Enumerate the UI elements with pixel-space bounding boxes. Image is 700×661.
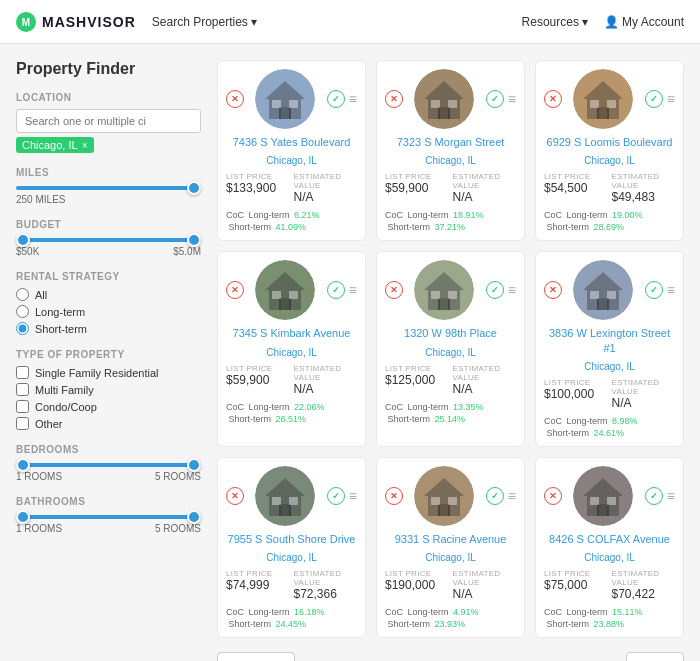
card-actions: ✕	[226, 90, 244, 108]
property-image[interactable]	[255, 466, 315, 526]
bedrooms-slider-labels: 1 ROOMS 5 ROOMS	[16, 471, 201, 482]
approve-button[interactable]: ✓	[645, 487, 663, 505]
approve-button[interactable]: ✓	[486, 487, 504, 505]
property-name[interactable]: 6929 S Loomis Boulevard	[544, 135, 675, 149]
remove-button[interactable]: ✕	[226, 90, 244, 108]
remove-button[interactable]: ✕	[544, 487, 562, 505]
property-image[interactable]	[414, 69, 474, 129]
list-price-value: $133,900	[226, 181, 290, 195]
bedrooms-section: BEDROOMS 1 ROOMS 5 ROOMS	[16, 444, 201, 482]
card-menu-icon[interactable]: ≡	[508, 92, 516, 106]
card-menu-icon[interactable]: ≡	[667, 283, 675, 297]
list-price-col: LIST PRICE $59,900	[226, 364, 290, 396]
tag-close-icon[interactable]: ×	[82, 140, 88, 151]
type-condo[interactable]: Condo/Coop	[16, 400, 201, 413]
long-term-label: Long-term	[405, 402, 451, 412]
prev-button[interactable]: « Previous	[217, 652, 295, 661]
logo[interactable]: M MASHVISOR	[16, 12, 136, 32]
budget-slider-thumb-right[interactable]	[187, 233, 201, 247]
bedrooms-slider-thumb-left[interactable]	[16, 458, 30, 472]
card-menu-icon[interactable]: ≡	[667, 489, 675, 503]
property-name[interactable]: 7323 S Morgan Street	[385, 135, 516, 149]
svg-rect-20	[272, 291, 281, 299]
main-layout: Property Finder LOCATION Chicago, IL × M…	[0, 44, 700, 661]
svg-rect-46	[607, 497, 616, 505]
property-name[interactable]: 8426 S COLFAX Avenue	[544, 532, 675, 546]
list-price-header: LIST PRICE	[385, 569, 449, 578]
type-sfr[interactable]: Single Family Residential	[16, 366, 201, 379]
card-menu-icon[interactable]: ≡	[349, 92, 357, 106]
card-menu-icon[interactable]: ≡	[349, 283, 357, 297]
remove-button[interactable]: ✕	[385, 90, 403, 108]
svg-rect-39	[438, 504, 450, 516]
estimated-value-col: ESTIMATED VALUE N/A	[294, 172, 358, 204]
card-menu-icon[interactable]: ≡	[508, 489, 516, 503]
search-properties-link[interactable]: Search Properties ▾	[152, 15, 257, 29]
list-price-value: $74,999	[226, 578, 290, 592]
strategy-longterm[interactable]: Long-term	[16, 305, 201, 318]
approve-button[interactable]: ✓	[327, 90, 345, 108]
bathrooms-slider-thumb-left[interactable]	[16, 510, 30, 524]
property-name[interactable]: 7955 S South Shore Drive	[226, 532, 357, 546]
svg-rect-35	[272, 497, 281, 505]
next-button[interactable]: Next »	[626, 652, 684, 661]
property-name[interactable]: 3836 W Lexington Street #1	[544, 326, 675, 355]
long-term-label: Long-term	[405, 210, 451, 220]
card-menu-icon[interactable]: ≡	[349, 489, 357, 503]
short-term-value: 37.21%	[435, 222, 466, 232]
property-image[interactable]	[573, 69, 633, 129]
list-price-value: $59,900	[226, 373, 290, 387]
bathrooms-slider-thumb-right[interactable]	[187, 510, 201, 524]
estimated-value-value: N/A	[612, 396, 676, 410]
approve-button[interactable]: ✓	[327, 281, 345, 299]
approve-button[interactable]: ✓	[645, 90, 663, 108]
long-term-value: 8.98%	[612, 416, 638, 426]
resources-link[interactable]: Resources ▾	[522, 15, 588, 29]
property-name[interactable]: 7345 S Kimbark Avenue	[226, 326, 357, 340]
remove-button[interactable]: ✕	[544, 90, 562, 108]
remove-button[interactable]: ✕	[385, 487, 403, 505]
remove-button[interactable]: ✕	[544, 281, 562, 299]
card-actions-right: ✓ ≡	[486, 281, 516, 299]
remove-button[interactable]: ✕	[226, 281, 244, 299]
property-name[interactable]: 1320 W 98th Place	[385, 326, 516, 340]
remove-button[interactable]: ✕	[385, 281, 403, 299]
logo-text: MASHVISOR	[42, 14, 136, 30]
estimated-value-header: ESTIMATED VALUE	[294, 364, 358, 382]
budget-slider-thumb-left[interactable]	[16, 233, 30, 247]
account-link[interactable]: 👤 My Account	[604, 15, 684, 29]
property-image[interactable]	[573, 260, 633, 320]
card-menu-icon[interactable]: ≡	[508, 283, 516, 297]
card-actions: ✕	[544, 281, 562, 299]
navbar: M MASHVISOR Search Properties ▾ Resource…	[0, 0, 700, 44]
miles-slider-thumb[interactable]	[187, 181, 201, 195]
coc-row: CoC Long-term 6.21% Short-term 41.09%	[226, 210, 357, 232]
property-name[interactable]: 7436 S Yates Boulevard	[226, 135, 357, 149]
long-term-label: Long-term	[246, 210, 292, 220]
type-multi[interactable]: Multi Family	[16, 383, 201, 396]
bedrooms-slider-thumb-right[interactable]	[187, 458, 201, 472]
type-other[interactable]: Other	[16, 417, 201, 430]
card-header-row: ✕ ✓ ≡	[544, 69, 675, 129]
location-input[interactable]	[16, 109, 201, 133]
approve-button[interactable]: ✓	[327, 487, 345, 505]
approve-button[interactable]: ✓	[645, 281, 663, 299]
card-actions-right: ✓ ≡	[327, 90, 357, 108]
property-image[interactable]	[255, 69, 315, 129]
list-price-col: LIST PRICE $100,000	[544, 378, 608, 410]
property-image[interactable]	[414, 260, 474, 320]
card-menu-icon[interactable]: ≡	[667, 92, 675, 106]
approve-button[interactable]: ✓	[486, 281, 504, 299]
short-term-value: 24.45%	[276, 619, 307, 629]
long-term-label: Long-term	[246, 607, 292, 617]
strategy-shortterm[interactable]: Short-term	[16, 322, 201, 335]
property-image[interactable]	[414, 466, 474, 526]
property-image[interactable]	[255, 260, 315, 320]
short-term-label: Short-term	[226, 222, 274, 232]
property-image[interactable]	[573, 466, 633, 526]
svg-rect-31	[607, 291, 616, 299]
remove-button[interactable]: ✕	[226, 487, 244, 505]
approve-button[interactable]: ✓	[486, 90, 504, 108]
strategy-all[interactable]: All	[16, 288, 201, 301]
property-name[interactable]: 9331 S Racine Avenue	[385, 532, 516, 546]
